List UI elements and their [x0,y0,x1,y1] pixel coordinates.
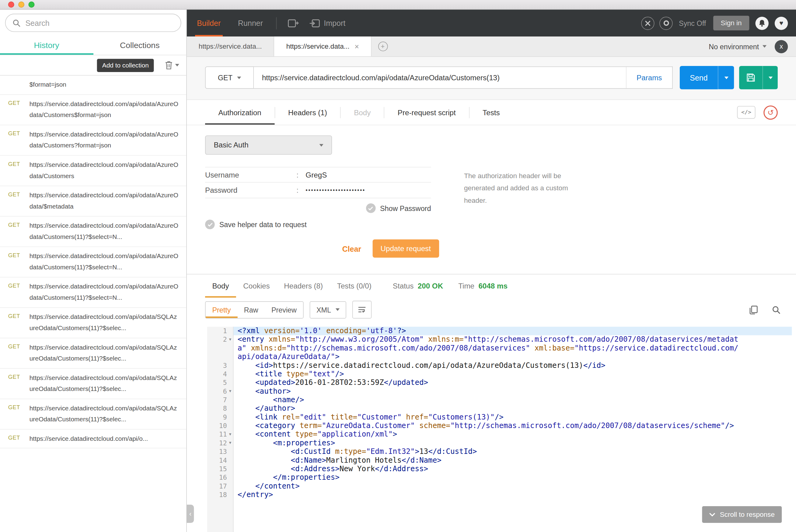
send-options-button[interactable] [718,66,734,89]
response-tab-cookies[interactable]: Cookies [236,274,277,298]
fold-arrow-icon[interactable]: ▾ [227,387,234,396]
line-number: 11 [219,430,227,439]
history-item[interactable]: GEThttps://service.datadirectcloud.com/a… [0,155,186,186]
auth-note: The authorization header will be generat… [464,170,591,207]
import-button[interactable]: Import [309,19,345,28]
trash-icon[interactable] [165,61,173,69]
sidebar: Search History Collections Add to collec… [0,10,187,532]
line-number: 3 [223,361,227,370]
method-select[interactable]: GET [205,66,254,89]
history-item[interactable]: GEThttps://service.datadirectcloud.com/a… [0,186,186,216]
copy-response-button[interactable] [748,305,758,315]
history-item[interactable]: GEThttps://service.datadirectcloud.com/a… [0,125,186,155]
heart-icon[interactable]: ♥ [775,16,788,30]
tab-authorization[interactable]: Authorization [205,100,274,125]
minimize-window-button[interactable] [18,1,24,7]
username-field[interactable]: GregS [306,171,327,179]
username-label: Username [205,171,296,179]
chevron-down-icon [319,144,323,146]
save-options-button[interactable] [762,66,778,89]
history-item[interactable]: GEThttps://service.datadirectcloud.com/a… [0,399,186,429]
auth-type-select[interactable]: Basic Auth [205,135,332,154]
tab-pre-request-script[interactable]: Pre-request script [384,100,469,125]
code-line: 7 <name/> [207,396,792,404]
show-password-checkbox[interactable] [366,203,376,213]
update-request-button[interactable]: Update request [373,239,439,258]
response-body-viewer[interactable]: 1<?xml version='1.0' encoding='utf-8'?>2… [207,326,792,532]
save-button[interactable] [739,66,762,89]
wrap-text-button[interactable] [352,301,372,318]
view-preview[interactable]: Preview [265,302,303,318]
request-tab-1-label: https://service.data... [199,42,262,50]
new-window-button[interactable] [288,19,299,28]
code-lines: 1<?xml version='1.0' encoding='utf-8'?>2… [207,326,792,499]
view-pretty[interactable]: Pretty [206,302,237,318]
chevron-down-icon[interactable] [175,64,179,66]
response-tab-tests[interactable]: Tests (0/0) [330,274,379,298]
response-tab-body[interactable]: Body [205,274,236,298]
nav-runner[interactable]: Runner [236,10,265,37]
save-helper-checkbox[interactable] [205,220,215,229]
save-helper-label[interactable]: Save helper data to request [219,221,307,229]
fold-arrow-icon[interactable]: ▾ [227,335,234,344]
add-to-collection-button[interactable]: Add to collection [97,59,153,72]
request-tab-1[interactable]: https://service.data... [187,37,274,56]
history-url: https://service.datadirectcloud.com/api/… [30,159,179,182]
generate-code-icon[interactable]: </> [737,106,756,119]
history-item[interactable]: GEThttps://service.datadirectcloud.com/a… [0,95,186,125]
close-window-button[interactable] [8,1,14,7]
sign-in-button[interactable]: Sign in [713,16,749,31]
request-tab-2-active[interactable]: https://service.data... × [274,37,372,56]
environment-quick-look-icon[interactable]: x [775,40,788,53]
clear-history-control[interactable] [165,61,179,69]
new-tab-area: + [372,37,394,56]
params-button[interactable]: Params [626,67,672,88]
history-url: https://service.datadirectcloud.com/api/… [30,342,179,364]
line-number: 8 [223,404,227,413]
revert-icon[interactable]: ↺ [763,105,778,119]
history-url: https://service.datadirectcloud.com/api/… [30,98,179,121]
tab-tests[interactable]: Tests [470,100,513,125]
response-tab-headers[interactable]: Headers (8) [277,274,330,298]
history-item[interactable]: GEThttps://service.datadirectcloud.com/a… [0,338,186,368]
close-tab-icon[interactable]: × [355,42,359,51]
history-item[interactable]: GEThttps://service.datadirectcloud.com/a… [0,368,186,399]
url-input[interactable]: https://service.datadirectcloud.com/api/… [254,66,672,89]
zoom-window-button[interactable] [28,1,34,7]
tab-headers[interactable]: Headers (1) [275,100,340,125]
environment-select[interactable]: No environment [709,37,766,56]
history-item[interactable]: GEThttps://service.datadirectcloud.com/a… [0,308,186,338]
history-item[interactable]: GEThttps://service.datadirectcloud.com/a… [0,216,186,247]
history-item[interactable]: $format=json [0,76,186,95]
sidebar-collapse-handle[interactable]: ‹ [187,505,194,523]
nav-builder[interactable]: Builder [195,10,223,37]
scroll-to-response-button[interactable]: Scroll to response [702,506,782,523]
history-url: $format=json [30,79,179,91]
search-input[interactable]: Search [5,14,181,32]
code-line: 2▾<entry xmlns="http://www.w3.org/2005/A… [207,335,792,361]
search-response-button[interactable] [772,305,781,314]
response-toolbar: Pretty Raw Preview XML [187,298,796,324]
tab-collections[interactable]: Collections [93,36,186,55]
format-select[interactable]: XML [310,301,346,318]
fold-arrow-icon[interactable]: ▾ [227,439,234,447]
tab-body[interactable]: Body [341,100,384,125]
check-icon [368,206,373,210]
view-raw[interactable]: Raw [237,302,265,318]
sync-icon[interactable] [660,16,673,30]
history-item[interactable]: GEThttps://service.datadirectcloud.com/a… [0,277,186,308]
code-line-text: <name/> [233,396,792,404]
show-password-label[interactable]: Show Password [380,204,431,212]
notifications-icon[interactable] [756,16,768,30]
tab-history[interactable]: History [0,36,93,55]
code-line: 11▾ <content type="application/xml"> [207,430,792,439]
interceptor-icon[interactable] [641,16,654,30]
history-item[interactable]: GEThttps://service.datadirectcloud.com/a… [0,429,186,449]
send-button[interactable]: Send [680,66,718,89]
new-tab-button[interactable]: + [378,42,388,51]
clear-button[interactable]: Clear [342,244,361,253]
history-item[interactable]: GEThttps://service.datadirectcloud.com/a… [0,247,186,277]
fold-arrow-icon[interactable]: ▾ [227,430,234,439]
password-field[interactable]: •••••••••••••••••••••• [306,187,365,193]
save-helper-row: Save helper data to request [205,220,431,229]
